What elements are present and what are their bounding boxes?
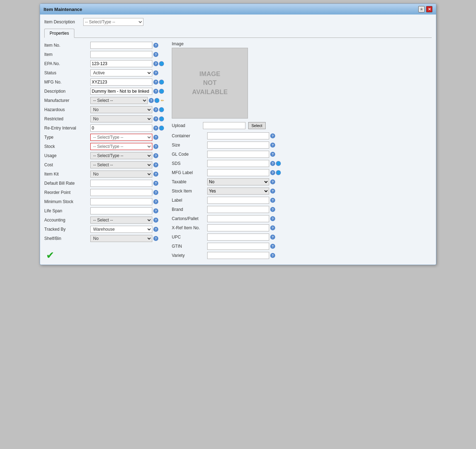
gl-code-input[interactable] (207, 151, 269, 158)
select-button[interactable]: Select (248, 122, 266, 129)
item-input[interactable] (90, 51, 152, 58)
sds-info-icon[interactable]: ? (270, 161, 275, 166)
taxable-select[interactable]: No (207, 178, 269, 185)
tracked-by-select[interactable]: Warehouse (90, 226, 152, 233)
manufacturer-pencil-icon[interactable]: ✏ (160, 98, 165, 103)
label-input[interactable] (207, 197, 269, 204)
manufacturer-select[interactable]: -- Select -- (90, 97, 148, 104)
sds-input[interactable] (207, 160, 269, 167)
default-bill-rate-info-icon[interactable]: ? (153, 181, 158, 186)
size-info-icon[interactable]: ? (270, 143, 275, 148)
shelf-bin-select[interactable]: No (90, 235, 152, 242)
container-input[interactable] (207, 132, 269, 139)
stock-select[interactable]: -- Select/Type -- (90, 143, 152, 150)
life-span-info-icon[interactable]: ? (153, 208, 158, 213)
close-button[interactable]: ✕ (426, 6, 432, 12)
size-input[interactable] (207, 142, 269, 149)
mfg-label-row: MFG Label ? 🌐 (172, 169, 432, 177)
item-info-icon[interactable]: ? (153, 52, 158, 57)
mfg-no-input[interactable] (90, 79, 152, 86)
gtin-input[interactable] (207, 243, 269, 250)
epa-no-info-icon[interactable]: ? (153, 61, 158, 66)
description-input[interactable] (90, 88, 152, 95)
mfg-label-info-icon[interactable]: ? (270, 170, 275, 175)
minimum-stock-input[interactable] (90, 198, 152, 205)
stock-item-label: Stock Item (172, 189, 207, 194)
shelf-bin-info-icon[interactable]: ? (153, 236, 158, 241)
cartons-pallet-info-icon[interactable]: ? (270, 216, 275, 221)
hazardous-globe-icon[interactable]: 🌐 (159, 107, 164, 112)
reorder-point-input[interactable] (90, 189, 152, 196)
usage-info-icon[interactable]: ? (153, 153, 158, 158)
star-button[interactable]: ★ (418, 6, 425, 12)
mfg-label-input[interactable] (207, 169, 269, 176)
cartons-pallet-input[interactable] (207, 215, 269, 222)
upc-input[interactable] (207, 234, 269, 241)
hazardous-info-icon[interactable]: ? (153, 107, 158, 112)
status-label: Status (44, 70, 90, 75)
type-select[interactable]: -- Select/Type -- (90, 134, 152, 141)
accounting-select[interactable]: -- Select -- (90, 217, 152, 224)
re-entry-interval-globe-icon[interactable]: 🌐 (159, 126, 164, 131)
hazardous-row: Hazardous No ? 🌐 (44, 106, 165, 114)
hazardous-select[interactable]: No (90, 106, 152, 113)
item-kit-info-icon[interactable]: ? (153, 172, 158, 177)
description-globe-icon[interactable]: 🌐 (159, 89, 164, 94)
item-no-input[interactable] (90, 42, 152, 49)
stock-item-select[interactable]: Yes (207, 188, 269, 195)
restricted-select[interactable]: No (90, 115, 152, 122)
gtin-info-icon[interactable]: ? (270, 244, 275, 249)
manufacturer-info-icon[interactable]: ? (149, 98, 154, 103)
re-entry-interval-info-icon[interactable]: ? (153, 126, 158, 131)
upload-input[interactable] (203, 122, 245, 129)
life-span-input[interactable] (90, 207, 152, 214)
stock-row: Stock -- Select/Type -- ? (44, 143, 165, 150)
item-kit-select[interactable]: No (90, 171, 152, 178)
xref-item-no-input[interactable] (207, 224, 269, 231)
status-select[interactable]: Active (90, 69, 152, 76)
xref-item-no-info-icon[interactable]: ? (270, 225, 275, 230)
gl-code-info-icon[interactable]: ? (270, 152, 275, 157)
item-no-info-icon[interactable]: ? (153, 43, 158, 48)
usage-select[interactable]: -- Select/Type -- (90, 152, 152, 159)
upc-info-icon[interactable]: ? (270, 235, 275, 240)
manufacturer-label: Manufacturer (44, 98, 90, 103)
accounting-info-icon[interactable]: ? (153, 218, 158, 223)
reorder-point-info-icon[interactable]: ? (153, 190, 158, 195)
item-description-select[interactable]: -- Select/Type -- (83, 18, 143, 26)
restricted-globe-icon[interactable]: 🌐 (159, 116, 164, 121)
save-checkmark[interactable]: ✔ (46, 250, 54, 261)
epa-no-globe-icon[interactable]: 🌐 (159, 61, 164, 66)
re-entry-interval-input[interactable] (90, 125, 152, 132)
default-bill-rate-input[interactable] (90, 180, 152, 187)
stock-item-row: Stock Item Yes ? (172, 187, 432, 195)
tracked-by-info-icon[interactable]: ? (153, 227, 158, 232)
brand-info-icon[interactable]: ? (270, 207, 275, 212)
manufacturer-row: Manufacturer -- Select -- ? 🌐 ✏ (44, 97, 165, 104)
sds-globe-icon[interactable]: 🌐 (276, 161, 281, 166)
variety-info-icon[interactable]: ? (270, 253, 275, 258)
re-entry-interval-label: Re-Entry Interval (44, 126, 90, 131)
description-info-icon[interactable]: ? (153, 89, 158, 94)
minimum-stock-info-icon[interactable]: ? (153, 199, 158, 204)
stock-info-icon[interactable]: ? (153, 144, 158, 149)
restricted-info-icon[interactable]: ? (153, 116, 158, 121)
label-info-icon[interactable]: ? (270, 198, 275, 203)
mfg-no-info-icon[interactable]: ? (153, 80, 158, 85)
mfg-label-globe-icon[interactable]: 🌐 (276, 170, 281, 175)
status-info-icon[interactable]: ? (153, 70, 158, 75)
manufacturer-globe-icon[interactable]: 🌐 (154, 98, 159, 103)
container-info-icon[interactable]: ? (270, 133, 275, 138)
cost-select[interactable]: -- Select -- (90, 161, 152, 168)
minimum-stock-label: Minimum Stock (44, 199, 90, 204)
taxable-info-icon[interactable]: ? (270, 179, 275, 184)
variety-label: Variety (172, 253, 207, 258)
variety-input[interactable] (207, 252, 269, 259)
cost-info-icon[interactable]: ? (153, 162, 158, 167)
tab-properties[interactable]: Properties (44, 29, 74, 38)
type-info-icon[interactable]: ? (153, 135, 158, 140)
mfg-no-globe-icon[interactable]: 🌐 (159, 80, 164, 85)
brand-input[interactable] (207, 206, 269, 213)
epa-no-input[interactable] (90, 60, 152, 67)
stock-item-info-icon[interactable]: ? (270, 189, 275, 194)
